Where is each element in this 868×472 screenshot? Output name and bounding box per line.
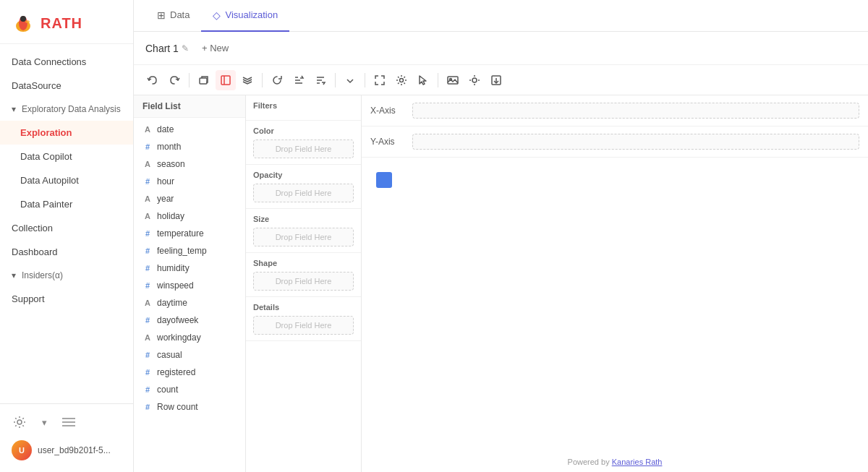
sidebar-item-label: Data Autopilot xyxy=(20,175,79,186)
fullscreen-button[interactable] xyxy=(370,70,390,90)
sidebar-item-insiders-header[interactable]: ▾ Insiders(α) xyxy=(0,264,133,287)
sidebar-item-data-connections[interactable]: Data Connections xyxy=(0,50,133,74)
chevron-dropdown-button[interactable] xyxy=(340,70,360,90)
field-type-icon-str: A xyxy=(142,299,153,307)
field-item-workingday[interactable]: A workingday xyxy=(134,329,245,346)
undo-button[interactable] xyxy=(142,70,163,90)
chart-settings-button[interactable] xyxy=(391,70,412,90)
tab-visualization[interactable]: ◇ Visualization xyxy=(201,0,289,32)
toolbar-divider-4 xyxy=(365,73,365,87)
sort-asc-button[interactable] xyxy=(289,70,309,90)
field-type-icon-num: # xyxy=(142,385,153,394)
redo-button[interactable] xyxy=(164,70,184,90)
chart-color-swatch[interactable] xyxy=(376,172,392,188)
sidebar-item-label: Insiders(α) xyxy=(22,270,63,280)
field-item-row-count[interactable]: # Row count xyxy=(134,398,245,416)
sidebar-item-label: Data Painter xyxy=(20,199,72,210)
x-axis-label: X-Axis xyxy=(370,106,407,116)
field-type-icon-str: A xyxy=(142,194,153,203)
field-type-icon-str: A xyxy=(142,333,153,342)
size-section: Size Drop Field Here xyxy=(246,209,361,253)
opacity-label: Opacity xyxy=(253,171,354,179)
field-item-date[interactable]: A date xyxy=(134,121,245,138)
filters-section: Filters xyxy=(246,95,361,121)
sidebar-item-data-autopilot[interactable]: Data Autopilot xyxy=(0,168,133,192)
sort-desc-button[interactable] xyxy=(310,70,331,90)
cursor-button[interactable] xyxy=(413,70,433,90)
field-name: workingday xyxy=(157,332,201,343)
field-item-count[interactable]: # count xyxy=(134,381,245,398)
toolbar-divider-2 xyxy=(262,73,263,87)
data-tab-icon: ⊞ xyxy=(157,9,166,21)
field-item-month[interactable]: # month xyxy=(134,138,245,155)
field-item-temperature[interactable]: # temperature xyxy=(134,225,245,242)
svg-rect-8 xyxy=(200,78,207,84)
edit-icon[interactable]: ✎ xyxy=(182,43,189,53)
list-icon[interactable] xyxy=(61,414,77,430)
opacity-section: Opacity Drop Field Here xyxy=(246,165,361,209)
chart-area: Powered by Kanaries Rath xyxy=(362,158,868,472)
sidebar-nav: Data Connections DataSource ▾ Explorator… xyxy=(0,44,133,403)
chevron-down-icon[interactable]: ▾ xyxy=(36,414,52,430)
field-item-holiday[interactable]: A holiday xyxy=(134,207,245,225)
field-item-casual[interactable]: # casual xyxy=(134,346,245,364)
field-list-panel: Field List A date # month A season # hou… xyxy=(134,95,246,472)
user-row[interactable]: U user_bd9b201f-5... xyxy=(12,434,122,466)
sidebar-item-collection[interactable]: Collection xyxy=(0,216,133,240)
color-drop-label: Drop Field Here xyxy=(276,145,332,153)
shape-label: Shape xyxy=(253,259,354,267)
sidebar: RATH Data Connections DataSource ▾ Explo… xyxy=(0,0,134,472)
axis-chart-container: X-Axis Y-Axis Powered by Kanaries Rath xyxy=(362,95,868,472)
field-item-daytime[interactable]: A daytime xyxy=(134,294,245,312)
sidebar-item-support[interactable]: Support xyxy=(0,287,133,311)
size-drop-zone[interactable]: Drop Field Here xyxy=(253,228,354,246)
shape-section: Shape Drop Field Here xyxy=(246,253,361,297)
image-button[interactable] xyxy=(443,70,463,90)
y-axis-drop-zone[interactable] xyxy=(412,134,859,150)
sidebar-item-dashboard[interactable]: Dashboard xyxy=(0,240,133,264)
field-name: hour xyxy=(157,176,174,186)
color-drop-zone[interactable]: Drop Field Here xyxy=(253,140,354,158)
field-item-hour[interactable]: # hour xyxy=(134,173,245,190)
settings-shortcut-icon[interactable] xyxy=(12,414,27,430)
field-item-registered[interactable]: # registered xyxy=(134,364,245,381)
shape-drop-zone[interactable]: Drop Field Here xyxy=(253,272,354,291)
field-type-icon-str: A xyxy=(142,160,153,168)
field-item-humidity[interactable]: # humidity xyxy=(134,259,245,277)
field-item-winspeed[interactable]: # winspeed xyxy=(134,277,245,294)
sidebar-item-data-copilot[interactable]: Data Copilot xyxy=(0,145,133,168)
layers-button[interactable] xyxy=(237,70,258,90)
field-name: Row count xyxy=(157,402,198,412)
opacity-drop-label: Drop Field Here xyxy=(276,189,332,197)
kanaries-link[interactable]: Kanaries Rath xyxy=(612,458,663,466)
opacity-drop-zone[interactable]: Drop Field Here xyxy=(253,184,354,202)
sidebar-item-exploration[interactable]: Exploration xyxy=(0,121,133,145)
field-name: temperature xyxy=(157,228,204,239)
field-item-season[interactable]: A season xyxy=(134,155,245,173)
svg-point-4 xyxy=(17,420,22,424)
workspace: Field List A date # month A season # hou… xyxy=(134,95,868,472)
field-type-icon-str: A xyxy=(142,125,153,134)
tab-data[interactable]: ⊞ Data xyxy=(145,0,201,32)
field-item-feeling-temp[interactable]: # feeling_temp xyxy=(134,242,245,259)
field-list: A date # month A season # hour A year xyxy=(134,118,245,472)
cube-button[interactable] xyxy=(194,70,214,90)
sidebar-item-datasource[interactable]: DataSource xyxy=(0,74,133,98)
sidebar-item-label: Exploratory Data Analysis xyxy=(22,104,121,114)
details-drop-zone[interactable]: Drop Field Here xyxy=(253,316,354,335)
logo-text: RATH xyxy=(41,15,82,32)
highlight-button[interactable] xyxy=(216,70,236,90)
new-chart-label: + New xyxy=(202,43,229,53)
sidebar-item-data-painter[interactable]: Data Painter xyxy=(0,192,133,216)
field-item-dayofweek[interactable]: # dayofweek xyxy=(134,312,245,329)
field-item-year[interactable]: A year xyxy=(134,190,245,207)
sidebar-item-eda-header[interactable]: ▾ Exploratory Data Analysis xyxy=(0,98,133,121)
new-chart-button[interactable]: + New xyxy=(197,41,233,55)
image-settings-button[interactable] xyxy=(464,70,485,90)
export-button[interactable] xyxy=(486,70,506,90)
refresh-button[interactable] xyxy=(267,70,287,90)
x-axis-drop-zone[interactable] xyxy=(412,103,859,119)
size-drop-label: Drop Field Here xyxy=(276,233,332,241)
shape-drop-label: Drop Field Here xyxy=(276,277,332,286)
field-name: dayofweek xyxy=(157,315,198,325)
